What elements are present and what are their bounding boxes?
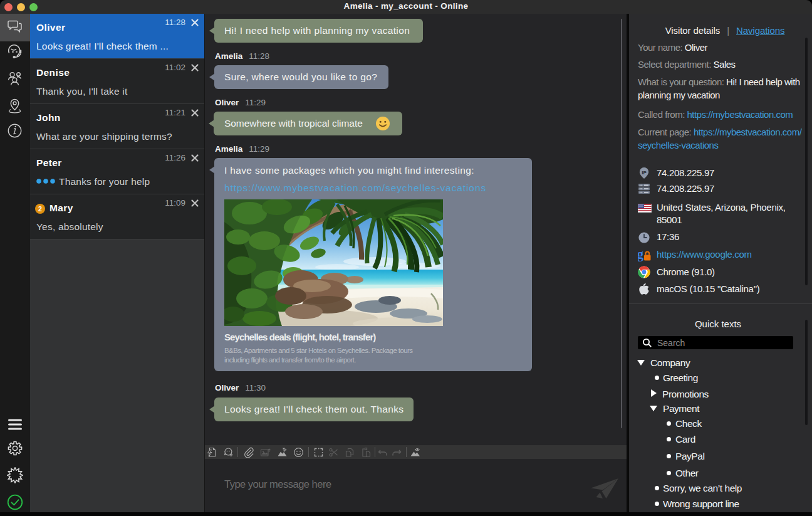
svg-text:IP: IP: [642, 170, 647, 176]
svg-text:g: g: [638, 248, 644, 261]
svg-text:2: 2: [38, 205, 42, 213]
